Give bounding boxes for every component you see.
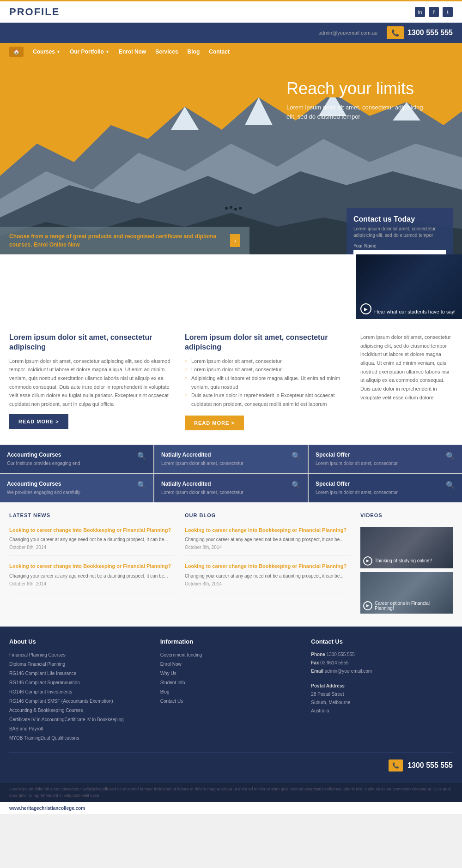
footer-info-title: Information — [160, 638, 302, 645]
hero-arrow-btn[interactable]: › — [230, 234, 240, 247]
hero-banner-link[interactable]: Enrol Online Now — [34, 241, 80, 248]
feature-2-icon: 🔍 — [446, 452, 455, 460]
blog-col: OUR BLOG Looking to career change into B… — [185, 512, 351, 617]
feature-2[interactable]: Special Offer Lorem ipsum dolor sit amet… — [309, 445, 462, 473]
blog-2-text: Changing your career at any age need not… — [185, 573, 351, 579]
play-icon-2[interactable]: ▶ — [363, 601, 372, 610]
bullet-1: Lorem ipsum dolor sit amet, consectetur — [185, 357, 351, 366]
footer-link-enrol[interactable]: Enrol Now — [160, 660, 302, 669]
feature-1[interactable]: Natially Accredited Lorem ipsum dolor si… — [154, 445, 308, 473]
footer-email-info: Email admin@youremail.com — [311, 667, 453, 675]
col1-title: Lorem ipsum dolor sit amet, consectetur … — [9, 333, 176, 352]
copyright-text: Lorem ipsum dolor sit amet consectetur a… — [9, 786, 453, 799]
linkedin-icon[interactable]: in — [415, 7, 425, 17]
feature-0-desc: Our Institute provides engaging end — [7, 460, 80, 467]
footer-link-blog[interactable]: Blog — [160, 687, 302, 697]
nav-item-portfolio[interactable]: Our Portfolio ▼ — [70, 48, 109, 55]
blog-2-date: October 8th, 2014 — [185, 581, 351, 586]
news-1-title[interactable]: Looking to career change into Bookkeepin… — [9, 527, 176, 534]
feature-1-desc: Lorem ipsum dolor sit amet, consectetur — [161, 460, 243, 467]
hero-subtitle: Lorem ipsum dolor sit amet, consectetur … — [286, 103, 425, 121]
footer-link-super[interactable]: RG146 Compliant Superannuation — [9, 678, 151, 687]
feature-0[interactable]: Accounting Courses Our Institute provide… — [0, 445, 153, 473]
footer-link-accounting[interactable]: Accounting & Bookkeeping Courses — [9, 706, 151, 715]
footer-link-myob[interactable]: MYOB TrainingDual Qualifications — [9, 734, 151, 743]
play-circle[interactable]: ▶ — [360, 303, 371, 314]
content-col-1: Lorem ipsum dolor sit amet, consectetur … — [9, 333, 176, 430]
video-callout-text: Hear what our students have to say! — [374, 309, 456, 314]
name-input[interactable] — [353, 250, 446, 254]
facebook-icon[interactable]: f — [429, 7, 439, 17]
footer-link-financial[interactable]: Financial Planning Courses — [9, 651, 151, 660]
nav-item-services[interactable]: Services — [155, 48, 178, 55]
contact-form-panel: Contact us Today Lorem ipsum dolor sit a… — [346, 208, 453, 254]
hero-section: Reach your limits Lorem ipsum dolor sit … — [0, 60, 462, 254]
feature-5-icon: 🔍 — [446, 481, 455, 489]
nav-item-blog[interactable]: Blog — [188, 48, 200, 55]
nav-item-home[interactable]: 🏠 — [9, 47, 24, 57]
feature-3-icon: 🔍 — [137, 481, 146, 489]
footer-link-smsf[interactable]: RG146 Compliant SMSF (Accountants Exempt… — [9, 697, 151, 706]
video-overlay-2: ▶ Career options in Financial Planning! — [363, 601, 450, 611]
play-icon-1[interactable]: ▶ — [363, 556, 372, 566]
blog-2-title[interactable]: Looking to career change into Bookkeepin… — [185, 563, 351, 570]
video-caption-2: Career options in Financial Planning! — [375, 601, 450, 611]
footer-grid: About Us Financial Planning Courses Dipl… — [9, 638, 453, 743]
phone-number[interactable]: 1300 555 555 — [407, 29, 453, 37]
footer-link-invest[interactable]: RG146 Compliant Investments — [9, 687, 151, 697]
footer-link-why[interactable]: Why Us — [160, 669, 302, 678]
nav-item-courses[interactable]: Courses ▼ — [33, 48, 61, 55]
col1-text: Lorem ipsum dolor sit amet, consectetur … — [9, 357, 176, 409]
video-callout-box[interactable]: ▶ Hear what our students have to say! — [356, 254, 462, 319]
content-col-2: Lorem ipsum dolor sit amet, consectetur … — [185, 333, 351, 430]
footer-phone-icon: 📞 — [389, 760, 403, 772]
footer-country: Australia — [311, 707, 453, 715]
footer-url-text[interactable]: www.heritagechristiancollege.com — [9, 806, 85, 811]
bullet-list: Lorem ipsum dolor sit amet, consectetur … — [185, 357, 351, 409]
footer-link-student[interactable]: Student Info — [160, 678, 302, 687]
feature-0-icon: 🔍 — [137, 452, 146, 460]
content-col-3: Lorem ipsum dolor sit amet, consectetur … — [360, 333, 453, 430]
footer-link-diploma[interactable]: Diploma Financial Planning — [9, 660, 151, 669]
twitter-icon[interactable]: t — [443, 7, 453, 17]
feature-0-title: Accounting Courses — [7, 452, 80, 458]
feature-5-title: Special Offer — [316, 481, 398, 487]
footer-contact-col: Contact Us Phone 1300 555 555 Fax 03 961… — [311, 638, 453, 743]
footer-link-gov[interactable]: Government funding — [160, 651, 302, 660]
read-more-dark-button[interactable]: READ MORE > — [9, 414, 68, 429]
footer-link-cert[interactable]: Certificate IV in AccountingCertificate … — [9, 715, 151, 724]
footer-postal-label: Postal Address — [311, 682, 453, 690]
features-grid: Accounting Courses Our Institute provide… — [0, 445, 462, 502]
footer-bottom-phone[interactable]: 1300 555 555 — [407, 761, 453, 770]
social-icons: in f t — [415, 7, 453, 17]
svg-point-12 — [234, 208, 237, 211]
content-section: Lorem ipsum dolor sit amet, consectetur … — [0, 319, 462, 444]
name-label: Your Name — [353, 243, 446, 248]
phone-icon-box: 📞 — [387, 26, 404, 39]
video-item-1[interactable]: ▶ Thinking of studying online? — [360, 527, 453, 568]
feature-3[interactable]: Accounting Courses We provides engaging … — [0, 474, 153, 502]
feature-4[interactable]: Natially Accredited Lorem ipsum dolor si… — [154, 474, 308, 502]
news-2-title[interactable]: Looking to career change into Bookkeepin… — [9, 563, 176, 570]
blog-1-title[interactable]: Looking to career change into Bookkeepin… — [185, 527, 351, 534]
nav-item-enrol[interactable]: Enrol Now — [119, 48, 146, 55]
contact-bar: admin@youremail.com.au 📞 1300 555 555 — [0, 23, 462, 43]
news-label: LATEST NEWS — [9, 512, 176, 521]
blog-label: OUR BLOG — [185, 512, 351, 521]
feature-4-desc: Lorem ipsum dolor sit amet, consectetur — [161, 489, 243, 496]
footer-link-life[interactable]: RG146 Compliant Life Insurance — [9, 669, 151, 678]
video-item-2[interactable]: ▶ Career options in Financial Planning! — [360, 572, 453, 614]
feature-1-title: Natially Accredited — [161, 452, 243, 458]
nav-item-contact[interactable]: Contact — [209, 48, 230, 55]
top-bar: PROFILE in f t — [0, 1, 462, 23]
feature-5[interactable]: Special Offer Lorem ipsum dolor sit amet… — [309, 474, 462, 502]
hero-title: Reach your limits — [286, 79, 425, 98]
feature-3-desc: We provides engaging and carefully — [7, 489, 80, 496]
hero-bottom-bar: Choose from a range of great products an… — [0, 227, 249, 254]
footer-info-col: Information Government funding Enrol Now… — [160, 638, 302, 743]
footer-about-title: About Us — [9, 638, 151, 645]
footer-link-bas[interactable]: BAS and Payroll — [9, 724, 151, 734]
feature-5-desc: Lorem ipsum dolor sit amet, consectetur — [316, 489, 398, 496]
read-more-orange-button[interactable]: READ MORE > — [185, 416, 244, 430]
footer-link-contact[interactable]: Contact Us — [160, 697, 302, 706]
